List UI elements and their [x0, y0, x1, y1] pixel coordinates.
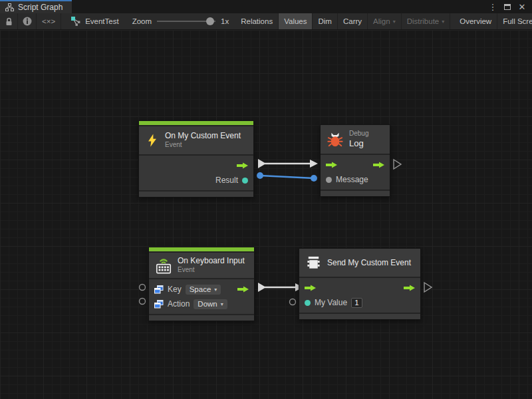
graph-name: EventTest	[85, 17, 119, 25]
node-header[interactable]: On Keyboard Input Event	[149, 253, 254, 278]
full-screen-button[interactable]: Full Screen	[497, 13, 532, 29]
bug-icon	[327, 131, 344, 148]
control-output-port-empty[interactable]	[424, 283, 432, 292]
zoom-slider-handle[interactable]	[206, 17, 214, 25]
zoom-label: Zoom	[132, 17, 152, 25]
port-row: Key Space ▾	[149, 282, 254, 297]
chevron-down-icon: ▾	[221, 301, 223, 307]
port-row	[299, 281, 420, 295]
control-output-port-connected[interactable]	[258, 283, 266, 292]
node-title: On Keyboard Input	[178, 256, 245, 266]
port-row: Message	[321, 172, 390, 187]
control-output-arrow-icon[interactable]	[404, 285, 415, 292]
graph-hierarchy-icon	[5, 3, 14, 11]
node-on-keyboard-input[interactable]: On Keyboard Input Event Key	[148, 247, 255, 321]
code-view-button[interactable]: <×>	[37, 13, 61, 29]
value-input-port-empty[interactable]	[140, 299, 146, 305]
zoom-slider[interactable]	[157, 17, 215, 26]
node-header[interactable]: Debug Log	[321, 125, 390, 154]
overview-button[interactable]: Overview	[454, 13, 497, 29]
node-footer	[299, 314, 420, 319]
window-controls: ⋮ ✕	[487, 0, 532, 13]
maximize-icon[interactable]	[501, 1, 513, 13]
graph-breadcrumb[interactable]: EventTest	[61, 13, 126, 29]
value-input-port[interactable]	[326, 177, 332, 183]
dim-button[interactable]: Dim	[313, 13, 337, 29]
lock-button[interactable]	[0, 13, 18, 29]
port-row	[321, 158, 390, 172]
port-row	[139, 158, 253, 173]
node-footer	[149, 315, 254, 321]
graph-canvas[interactable]: On My Custom Event Event Result	[0, 30, 532, 399]
port-row: Action Down ▾	[149, 297, 254, 311]
control-output-arrow-icon[interactable]	[237, 162, 248, 170]
lightning-bolt-icon	[145, 133, 160, 148]
variable-windows-icon	[154, 285, 164, 294]
distribute-button[interactable]: Distribute ▾	[402, 13, 451, 29]
node-body: Key Space ▾	[149, 279, 254, 314]
node-send-my-custom-event[interactable]: Send My Custom Event My Value 1	[299, 248, 421, 320]
close-icon[interactable]: ✕	[516, 1, 528, 13]
value-input-port-empty[interactable]	[290, 299, 296, 305]
port-label: Message	[336, 175, 368, 184]
maximize-glyph	[504, 4, 511, 10]
graph-network-icon	[70, 16, 81, 27]
value-wire[interactable]	[260, 176, 314, 178]
tab-bar: Script Graph ⋮ ✕	[0, 0, 532, 13]
lock-icon	[5, 17, 13, 26]
node-category: Debug	[349, 130, 368, 138]
graph-toolbar: <×> EventTest Zoom 1x Relations	[0, 13, 532, 30]
value-output-port[interactable]	[242, 178, 248, 184]
control-input-arrow-icon[interactable]	[326, 162, 337, 169]
chevron-down-icon: ▾	[442, 19, 444, 25]
node-header[interactable]: On My Custom Event Event	[139, 126, 253, 154]
action-dropdown[interactable]: Down ▾	[194, 299, 227, 309]
node-body: Message	[321, 155, 390, 190]
zoom-value: 1x	[221, 17, 229, 25]
event-accent-bar	[149, 247, 254, 251]
my-value-field[interactable]: 1	[351, 298, 362, 308]
values-button[interactable]: Values	[279, 13, 313, 29]
control-input-arrow-icon[interactable]	[305, 285, 316, 292]
port-row: Result	[139, 173, 253, 188]
node-title: On My Custom Event	[165, 131, 241, 141]
variable-windows-icon	[154, 300, 164, 309]
key-dropdown[interactable]: Space ▾	[186, 285, 221, 295]
value-wire-target-dot[interactable]	[311, 175, 317, 182]
node-on-my-custom-event[interactable]: On My Custom Event Event Result	[138, 120, 254, 198]
zoom-control: Zoom 1x	[126, 13, 236, 29]
value-input-port-empty[interactable]	[140, 285, 146, 291]
tab-script-graph[interactable]: Script Graph	[0, 0, 72, 13]
carry-button[interactable]: Carry	[338, 13, 368, 29]
value-wire-source-dot[interactable]	[257, 172, 263, 179]
window-menu-icon[interactable]: ⋮	[487, 1, 499, 13]
port-label: Result	[215, 176, 238, 185]
align-label: Align	[373, 17, 390, 25]
event-accent-bar	[139, 121, 253, 125]
info-button[interactable]	[18, 13, 37, 29]
toolbar-right-group: Relations Values Dim Carry Align ▾ Distr…	[235, 13, 532, 29]
port-label: Action	[168, 299, 190, 309]
node-subtitle: Event	[165, 141, 241, 150]
node-title: Send My Custom Event	[327, 258, 411, 267]
action-dropdown-value: Down	[198, 300, 217, 308]
align-button[interactable]: Align ▾	[368, 13, 402, 29]
wire-overlay	[0, 30, 532, 399]
key-dropdown-value: Space	[190, 285, 211, 293]
value-input-port[interactable]	[305, 300, 311, 306]
port-label: My Value	[315, 298, 347, 307]
control-output-arrow-icon[interactable]	[373, 162, 384, 169]
port-label: Key	[168, 285, 182, 294]
node-header[interactable]: Send My Custom Event	[299, 249, 420, 277]
port-row: My Value 1	[299, 295, 420, 310]
control-output-port-connected[interactable]	[258, 159, 266, 168]
chevron-down-icon: ▾	[214, 287, 217, 293]
node-body: Result	[139, 156, 253, 190]
keyboard-icon	[155, 257, 172, 275]
node-subtitle: Event	[178, 266, 245, 275]
node-debug-log[interactable]: Debug Log Message	[320, 124, 390, 197]
relations-button[interactable]: Relations	[235, 13, 279, 29]
control-output-arrow-icon[interactable]	[237, 286, 249, 293]
control-output-port-empty[interactable]	[394, 160, 401, 169]
code-icon: <×>	[42, 17, 55, 25]
